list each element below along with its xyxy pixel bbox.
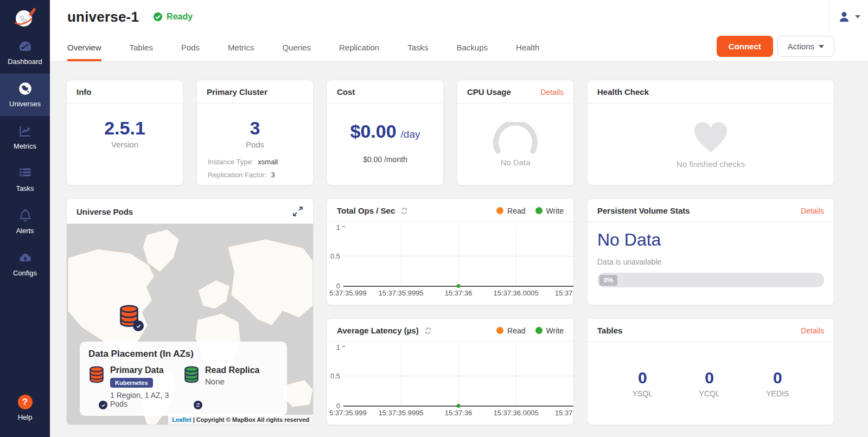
card-title: Health Check: [597, 87, 649, 97]
actions-label: Actions: [788, 42, 814, 51]
sidebar-item-label: Configs: [13, 269, 37, 277]
cpu-empty-text: No Data: [500, 158, 530, 167]
leaflet-link[interactable]: Leaflet: [172, 416, 191, 423]
metrics-chart-icon: [18, 124, 33, 138]
sidebar-item-label: Tasks: [16, 184, 34, 192]
sidebar-item-label: Metrics: [14, 142, 36, 150]
pods-label: Pods: [197, 140, 313, 149]
status-badge: Ready: [153, 12, 193, 22]
tables-details-link[interactable]: Details: [801, 326, 824, 335]
tab-health[interactable]: Health: [516, 43, 539, 61]
sidebar-item-help[interactable]: ? Help: [0, 387, 50, 429]
version-label: Version: [67, 140, 183, 149]
world-map[interactable]: Data Placement (In AZs): [67, 224, 313, 425]
version-value: 2.5.1: [67, 118, 183, 139]
instance-type-row: Instance Type:xsmall: [208, 158, 313, 166]
tab-queries[interactable]: Queries: [282, 43, 311, 61]
primary-data-detail: 1 Region, 1 AZ, 3 Pods: [110, 391, 183, 408]
card-title: Cost: [337, 87, 355, 97]
map-attribution: Leaflet | Copyright © MapBox All rights …: [168, 415, 313, 425]
chart-plot-area[interactable]: 1 0.5 0 5:37:35.999 15:37:35.9995 15:37:…: [327, 342, 573, 425]
status-text: Ready: [167, 12, 193, 22]
sidebar: Dashboard Universes Metrics Tasks Alert: [0, 0, 50, 437]
cpu-usage-card: CPU Usage Details No Data: [457, 80, 574, 185]
user-icon: [838, 10, 851, 23]
task-list-icon: [18, 166, 33, 181]
kubernetes-badge: Kubernetes: [110, 378, 153, 388]
cluster-map-marker[interactable]: [118, 304, 140, 330]
card-title: CPU Usage: [467, 87, 511, 97]
sync-badge-icon: [194, 401, 202, 409]
chart-legend: Read Write: [496, 326, 564, 335]
read-replica-label: Read Replica: [205, 365, 259, 375]
card-title: Persistent Volume Stats: [597, 206, 690, 215]
tab-pods[interactable]: Pods: [181, 43, 200, 61]
cost-card: Cost $0.00 /day $0.00 /month: [327, 80, 444, 185]
data-placement-panel: Data Placement (In AZs): [80, 342, 287, 416]
actions-dropdown-button[interactable]: Actions: [777, 36, 834, 57]
tab-overview[interactable]: Overview: [67, 43, 101, 61]
chart-plot-area[interactable]: 1 0.5 0 5:37:35.999 15:37:35.9995 15:37:…: [327, 222, 573, 305]
data-placement-title: Data Placement (In AZs): [88, 349, 278, 359]
pvs-progress-label: 0%: [599, 275, 617, 286]
bell-icon: [18, 208, 33, 223]
dashboard-gauge-icon: [18, 39, 33, 54]
card-title: Primary Cluster: [207, 87, 267, 97]
tab-backups[interactable]: Backups: [457, 43, 488, 61]
card-title: Info: [76, 87, 92, 97]
sidebar-item-configs[interactable]: Configs: [0, 243, 50, 285]
tables-card: Tables Details 0 YSQL 0 YCQL 0 YEDIS: [587, 318, 834, 425]
chevron-down-icon: [819, 45, 824, 48]
help-icon: ?: [18, 395, 33, 409]
app-logo[interactable]: [0, 0, 50, 31]
primary-data-block: Primary Data Kubernetes 1 Region, 1 AZ, …: [88, 365, 183, 408]
health-empty-text: No finished checks: [676, 159, 745, 169]
tab-tables[interactable]: Tables: [130, 43, 153, 61]
pvs-details-link[interactable]: Details: [801, 207, 824, 215]
sidebar-item-label: Dashboard: [8, 57, 42, 66]
tab-replication[interactable]: Replication: [339, 43, 379, 61]
pvs-progress-bar: 0%: [597, 273, 824, 287]
write-legend-dot: [535, 327, 542, 334]
refresh-icon[interactable]: [424, 326, 432, 335]
sidebar-item-metrics[interactable]: Metrics: [0, 116, 50, 158]
sidebar-item-label: Help: [18, 413, 33, 421]
card-title: Tables: [597, 326, 622, 335]
cloud-upload-icon: [18, 250, 33, 265]
cost-per-day: $0.00: [350, 121, 396, 142]
gauge-arc-icon: [489, 122, 541, 153]
universe-pods-card: Universe Pods: [66, 198, 314, 425]
tab-bar: Overview Tables Pods Metrics Queries Rep…: [50, 34, 868, 61]
user-menu[interactable]: [829, 0, 868, 34]
info-card: Info 2.5.1 Version: [66, 80, 183, 185]
cpu-details-link[interactable]: Details: [540, 88, 564, 97]
pvs-subtext: Data is unavailable: [597, 258, 824, 266]
chart-title: Total Ops / Sec: [337, 206, 395, 215]
check-badge-icon: [133, 320, 144, 331]
sidebar-item-universes[interactable]: Universes: [0, 74, 50, 116]
cost-unit: /day: [401, 128, 420, 140]
primary-database-icon: [88, 365, 105, 384]
refresh-icon[interactable]: [400, 207, 409, 215]
chart-title: Average Latency (µs): [337, 326, 419, 335]
sidebar-item-label: Universes: [9, 100, 41, 108]
connect-button[interactable]: Connect: [717, 36, 773, 57]
ycql-count: 0 YCQL: [699, 369, 720, 398]
check-circle-icon: [153, 12, 163, 22]
sidebar-item-dashboard[interactable]: Dashboard: [0, 31, 50, 74]
expand-icon[interactable]: [292, 206, 303, 217]
card-title: Universe Pods: [76, 207, 133, 216]
replica-database-icon: [183, 365, 200, 384]
chart-legend: Read Write: [496, 207, 564, 215]
read-replica-block: Read Replica None: [183, 365, 278, 408]
sidebar-item-alerts[interactable]: Alerts: [0, 201, 50, 243]
page-title: universe-1: [67, 9, 139, 25]
persistent-volume-stats-card: Persistent Volume Stats Details No Data …: [587, 198, 834, 305]
tab-tasks[interactable]: Tasks: [407, 43, 428, 61]
sidebar-item-label: Alerts: [16, 227, 34, 235]
cost-per-month: $0.00 /month: [327, 155, 443, 164]
heart-icon: [692, 120, 730, 154]
sidebar-item-tasks[interactable]: Tasks: [0, 158, 50, 201]
tab-metrics[interactable]: Metrics: [228, 43, 254, 61]
average-latency-chart-card: Average Latency (µs) Read Write 1: [327, 318, 574, 425]
